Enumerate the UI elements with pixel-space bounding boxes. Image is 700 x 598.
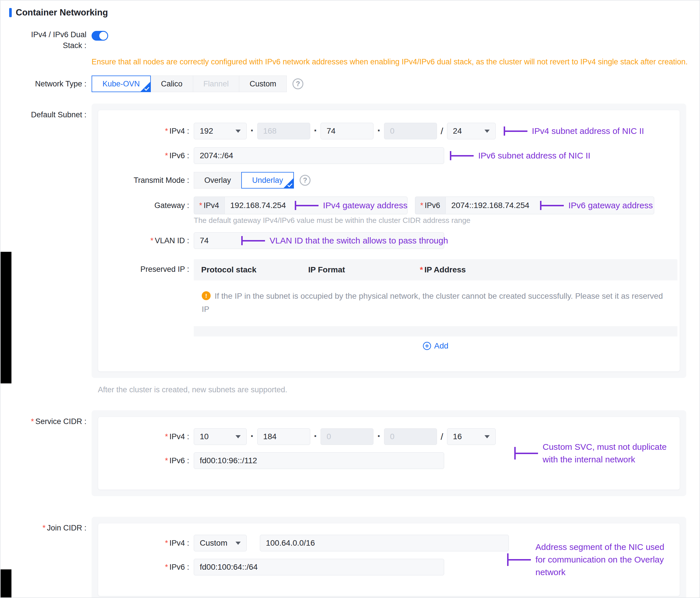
service-ipv6-input[interactable]: fd00:10:96::/112 [194,452,444,469]
default-subnet-label: Default Subnet : [1,109,86,120]
service-cidr-panel: *IPv4 : 10 . 184 . 0 . 0 [92,410,686,496]
service-cidr-card: *IPv4 : 10 . 184 . 0 . 0 [98,417,680,490]
service-cidr-row: *Service CIDR : *IPv4 : 10 . [1,410,699,496]
page-title: Container Networking [16,7,108,18]
preserved-ip-label: Preserved IP : [98,265,189,274]
column-ip-address: *IP Address [420,265,677,274]
join-cidr-panel: *IPv4 : Custom 100.64.0.0/16 *IPv6 [92,517,686,598]
annotation-connector [450,151,474,160]
service-prefix-select[interactable]: 16 [447,428,496,445]
service-octet1-select[interactable]: 10 [194,428,247,445]
transmit-mode-tabs: Overlay Underlay [194,172,294,189]
dual-stack-toggle[interactable] [92,31,108,41]
annotation-connector [504,126,527,135]
alert-icon: ! [202,291,210,300]
column-ip-format: IP Format [308,265,420,274]
default-subnet-row: Default Subnet : *IPv4 : 192 [1,104,699,394]
octet-separator: . [250,122,254,134]
help-icon[interactable]: ? [300,175,310,186]
service-cidr-label: *Service CIDR : [1,416,86,427]
annotation-connector [507,553,531,566]
join-mode-select[interactable]: Custom [194,535,247,551]
subnet-ipv6-label: *IPv6 : [98,151,189,160]
transmit-mode-row: Transmit Mode : Overlay Underlay ? [98,172,680,189]
gateway-row: Gateway : *IPv4 192.168.74.254 [98,197,680,214]
chevron-down-icon [235,542,241,545]
join-cidr-card: *IPv4 : Custom 100.64.0.0/16 *IPv6 [98,523,680,596]
add-preserved-ip-button[interactable]: Add [194,337,677,355]
join-ipv4-input[interactable]: 100.64.0.0/16 [260,535,509,551]
gateway-ipv6-tag: *IPv6 [415,197,446,214]
dual-stack-warning: Ensure that all nodes are correctly conf… [92,57,693,67]
service-octet3-input: 0 [321,428,373,445]
gateway-ipv6-group: *IPv6 2074::192.168.74.254 IPv6 gateway … [415,197,654,214]
octet-separator: . [250,427,254,440]
join-ipv4-label: *IPv4 : [98,539,189,548]
subnet-ipv4-label: *IPv4 : [98,127,189,135]
preserved-ip-row: Preserved IP : Protocol stack IP Format … [98,259,680,355]
annotation-service-cidr: Custom SVC, must not duplicate with the … [514,441,676,466]
tab-flannel: Flannel [193,76,240,92]
annotation-vlan: VLAN ID that the switch allows to pass t… [241,236,448,246]
dual-stack-label: IPv4 / IPv6 Dual Stack : [1,29,86,51]
octet-separator: . [314,427,317,440]
preserved-ip-table: Protocol stack IP Format *IP Address !If… [194,259,677,355]
annotation-connector [241,236,265,245]
gateway-ipv6-input[interactable]: 2074::192.168.74.254 IPv6 gateway addres… [445,197,654,214]
cidr-separator: / [441,126,443,136]
gateway-ipv4-group: *IPv4 192.168.74.254 IPv4 gateway addres… [194,197,407,214]
chevron-down-icon [484,130,490,133]
default-subnet-panel: *IPv4 : 192 . 168 . 74 . 0 [92,104,686,378]
join-cidr-label: *Join CIDR : [1,522,86,533]
tab-custom[interactable]: Custom [239,76,287,92]
toggle-knob [99,32,107,40]
default-subnet-card: *IPv4 : 192 . 168 . 74 . 0 [98,110,680,372]
redacted-region [1,252,11,383]
gateway-label: Gateway : [98,201,189,210]
octet-separator: . [377,427,380,440]
service-ipv6-label: *IPv6 : [98,456,189,465]
annotation-connector [540,201,564,210]
annotation-ipv6-gateway: IPv6 gateway address [540,201,653,210]
tab-calico[interactable]: Calico [151,76,193,92]
annotation-ipv6-subnet: IPv6 subnet address of NIC II [450,151,591,160]
subnet-footnote: After the cluster is created, new subnet… [98,385,686,394]
subnet-octet2-input: 168 [257,123,310,139]
join-ipv6-label: *IPv6 : [98,563,189,572]
chevron-down-icon [235,130,241,133]
subnet-ipv6-row: *IPv6 : 2074::/64 IPv6 subnet address of… [98,147,680,164]
redacted-region [1,569,11,598]
gateway-ipv4-tag: *IPv4 [194,197,224,214]
join-cidr-row: *Join CIDR : *IPv4 : Custom 100. [1,517,699,598]
column-protocol-stack: Protocol stack [194,265,308,274]
subnet-ipv6-input[interactable]: 2074::/64 [194,147,444,164]
network-type-row: Network Type : Kube-OVN Calico Flannel C… [1,76,699,92]
subnet-octet1-select[interactable]: 192 [194,123,247,139]
service-ipv4-label: *IPv4 : [98,432,189,441]
subnet-octet3-input[interactable]: 74 [321,123,373,139]
tab-underlay[interactable]: Underlay [241,172,294,189]
subnet-prefix-select[interactable]: 24 [447,123,496,139]
dual-stack-row: IPv4 / IPv6 Dual Stack : [1,29,699,51]
preserved-ip-table-header: Protocol stack IP Format *IP Address [194,259,677,280]
tab-overlay[interactable]: Overlay [194,172,242,189]
service-octet2-input[interactable]: 184 [257,428,310,445]
gateway-ipv4-input[interactable]: 192.168.74.254 IPv4 gateway address [224,197,407,214]
octet-separator: . [377,122,380,134]
transmit-mode-label: Transmit Mode : [98,176,189,185]
annotation-ipv4-gateway: IPv4 gateway address [295,201,407,210]
vlan-input[interactable]: 74 VLAN ID that the switch allows to pas… [194,232,444,249]
vlan-row: *VLAN ID : 74 VLAN ID that the switch al… [98,232,680,249]
help-icon[interactable]: ? [293,78,303,89]
octet-separator: . [314,122,317,134]
subnet-ipv4-row: *IPv4 : 192 . 168 . 74 . 0 [98,123,680,139]
vlan-label: *VLAN ID : [98,236,189,245]
annotation-connector [514,447,538,459]
annotation-ipv4-subnet: IPv4 subnet address of NIC II [504,126,644,136]
preserved-ip-empty-warning: !If the IP in the subnet is occupied by … [194,280,677,326]
annotation-connector [295,201,319,210]
container-networking-page: Container Networking IPv4 / IPv6 Dual St… [0,0,700,598]
join-ipv6-input[interactable]: fd00:100:64::/64 [194,559,444,575]
tab-kube-ovn[interactable]: Kube-OVN [92,76,151,92]
table-gap [194,326,677,337]
